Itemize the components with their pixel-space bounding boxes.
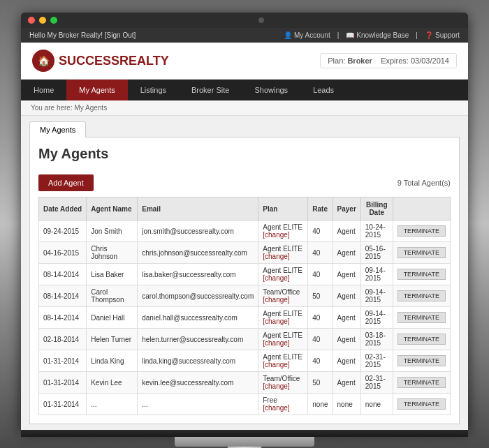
terminate-button[interactable]: TERMINATE <box>397 225 446 237</box>
browser-maximize-dot[interactable] <box>50 17 57 24</box>
agents-table: Date Added Agent Name Email Plan Rate Pa… <box>38 197 451 415</box>
cell-action: TERMINATE <box>393 264 450 285</box>
cell-action: TERMINATE <box>393 394 450 415</box>
plan-change-link[interactable]: [change] <box>263 361 289 368</box>
plan-text: Agent ELITE <box>263 331 302 339</box>
cell-agent-name: Lisa Baker <box>87 264 138 285</box>
plan-change-link[interactable]: [change] <box>263 382 289 390</box>
support-link[interactable]: ❓ Support <box>425 31 460 39</box>
browser-topbar <box>21 13 468 28</box>
page-title-row: My Agents <box>38 146 451 169</box>
cell-plan: Agent ELITE [change] <box>258 307 308 329</box>
cell-rate: 40 <box>308 350 333 372</box>
plan-change-link[interactable]: [change] <box>263 339 289 347</box>
cell-date-added: 08-14-2014 <box>39 264 87 285</box>
cell-agent-name: Carol Thompson <box>87 285 138 307</box>
cell-plan: Free [change] <box>258 394 308 415</box>
table-row: 08-14-2014 Lisa Baker lisa.baker@success… <box>39 264 451 285</box>
plan-change-link[interactable]: [change] <box>263 318 289 325</box>
cell-action: TERMINATE <box>393 242 450 264</box>
logo-area: 🏠 SUCCESSREALTY <box>32 50 169 72</box>
cell-date-added: 02-18-2014 <box>39 329 87 350</box>
main-nav: Home My Agents Listings Broker Site Show… <box>21 80 468 100</box>
cell-agent-name: Kevin Lee <box>87 372 138 394</box>
cell-billing-date: none <box>360 394 393 415</box>
terminate-button[interactable]: TERMINATE <box>397 355 446 366</box>
nav-showings[interactable]: Showings <box>242 80 300 100</box>
cell-email: ... <box>138 394 258 415</box>
cell-billing-date: 02-31-2015 <box>360 350 393 372</box>
table-row: 08-14-2014 Carol Thompson carol.thompson… <box>39 285 451 307</box>
knowledge-base-link[interactable]: 📖 Knowledge Base <box>346 31 409 39</box>
total-agents-count: 9 Total Agent(s) <box>397 179 451 187</box>
plan-change-link[interactable]: [change] <box>263 274 289 282</box>
col-email: Email <box>138 197 258 221</box>
add-agent-button[interactable]: Add Agent <box>38 174 94 191</box>
browser-close-dot[interactable] <box>28 17 35 24</box>
site-header: 🏠 SUCCESSREALTY Plan: Broker Expires: 03… <box>21 43 468 80</box>
terminate-button[interactable]: TERMINATE <box>397 312 446 323</box>
plan-change-link[interactable]: [change] <box>263 231 289 239</box>
cell-action: TERMINATE <box>393 285 450 307</box>
plan-text: Team/Office <box>263 375 300 382</box>
cell-date-added: 08-14-2014 <box>39 285 87 307</box>
nav-broker-site[interactable]: Broker Site <box>179 80 242 100</box>
cell-action: TERMINATE <box>393 372 450 394</box>
table-row: 08-14-2014 Daniel Hall daniel.hall@succe… <box>39 307 451 329</box>
cell-rate: none <box>308 394 333 415</box>
plan-change-link[interactable]: [change] <box>263 296 289 304</box>
inner-content: My Agents Add Agent 9 Total Agent(s) Dat… <box>29 137 460 424</box>
cell-date-added: 01-31-2014 <box>39 394 87 415</box>
nav-home[interactable]: Home <box>21 80 66 100</box>
col-agent-name: Agent Name <box>87 197 138 221</box>
terminate-button[interactable]: TERMINATE <box>397 290 446 301</box>
breadcrumb: You are here: My Agents <box>21 100 468 116</box>
col-action <box>393 197 450 221</box>
cell-plan: Agent ELITE [change] <box>258 264 308 285</box>
cell-billing-date: 09-14-2015 <box>360 285 393 307</box>
cell-email: lisa.baker@successrealty.com <box>138 264 258 285</box>
table-row: 01-31-2014 Kevin Lee kevin.lee@successre… <box>39 372 451 394</box>
cell-email: carol.thompson@successrealty.com <box>138 285 258 307</box>
my-account-link[interactable]: 👤 My Account <box>284 31 330 39</box>
terminate-button[interactable]: TERMINATE <box>397 377 446 388</box>
table-row: 01-31-2014 Linda King linda.king@success… <box>39 350 451 372</box>
terminate-button[interactable]: TERMINATE <box>397 247 446 258</box>
cell-rate: 40 <box>308 329 333 350</box>
top-bar: Hello My Broker Realty! [Sign Out] 👤 My … <box>21 28 468 43</box>
bottom-bezel <box>21 430 468 437</box>
cell-email: helen.turner@successrealty.com <box>138 329 258 350</box>
col-date-added: Date Added <box>39 197 87 221</box>
plan-text: Agent ELITE <box>263 223 302 231</box>
cell-email: chris.johnson@successrealty.com <box>138 242 258 264</box>
plan-change-link[interactable]: [change] <box>263 404 289 412</box>
cell-billing-date: 03-18-2015 <box>360 329 393 350</box>
tab-my-agents[interactable]: My Agents <box>29 121 86 137</box>
plan-text: Team/Office <box>263 288 300 296</box>
terminate-button[interactable]: TERMINATE <box>397 398 446 410</box>
hello-message: Hello My Broker Realty! [Sign Out] <box>29 31 136 39</box>
question-icon: ❓ <box>425 31 433 39</box>
cell-payer: Agent <box>333 372 360 394</box>
cell-billing-date: 10-24-2015 <box>360 221 393 242</box>
cell-email: linda.king@successrealty.com <box>138 350 258 372</box>
col-plan: Plan <box>258 197 308 221</box>
browser-minimize-dot[interactable] <box>39 17 46 24</box>
table-row: 01-31-2014 ... ... Free [change] none no… <box>39 394 451 415</box>
cell-agent-name: Chris Johnson <box>87 242 138 264</box>
nav-my-agents[interactable]: My Agents <box>66 80 127 100</box>
nav-listings[interactable]: Listings <box>128 80 179 100</box>
logo-text: SUCCESSREALTY <box>59 54 169 68</box>
cell-payer: Agent <box>333 242 360 264</box>
terminate-button[interactable]: TERMINATE <box>397 334 446 345</box>
plan-text: Agent ELITE <box>263 310 302 318</box>
col-rate: Rate <box>308 197 333 221</box>
cell-action: TERMINATE <box>393 307 450 329</box>
cell-agent-name: Linda King <box>87 350 138 372</box>
cell-billing-date: 02-31-2015 <box>360 372 393 394</box>
cell-payer: Agent <box>333 307 360 329</box>
terminate-button[interactable]: TERMINATE <box>397 269 446 280</box>
plan-change-link[interactable]: [change] <box>263 253 289 260</box>
nav-leads[interactable]: Leads <box>300 80 346 100</box>
logo-icon: 🏠 <box>32 50 54 72</box>
